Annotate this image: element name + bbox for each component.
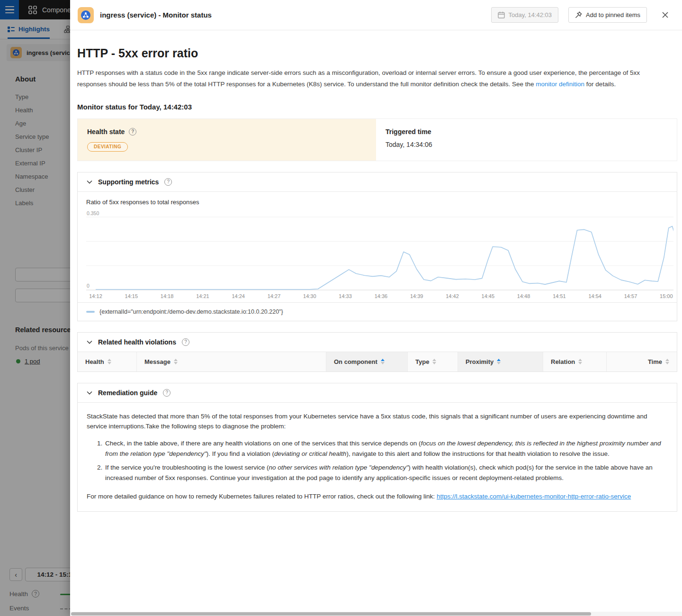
triggered-time-card: Triggered time Today, 14:34:06	[376, 119, 677, 161]
remediation-step: If the service you're troubleshooting is…	[104, 462, 667, 483]
health-state-badge: DEVIATING	[87, 142, 128, 152]
remediation-steps: Check, in the table above, if there are …	[87, 438, 667, 483]
svg-text:14:36: 14:36	[375, 293, 388, 299]
remediation-title: Remediation guide	[98, 389, 157, 397]
line-chart: 0.350014:1214:1514:1814:2114:2414:2714:3…	[86, 208, 677, 302]
svg-text:14:51: 14:51	[553, 293, 566, 299]
column-header-proximity[interactable]: Proximity	[458, 352, 543, 371]
sort-icon	[578, 359, 582, 364]
remediation-footer: For more detailed guidance on how to rem…	[87, 491, 667, 502]
help-icon[interactable]: ?	[129, 128, 136, 136]
chart-title: Ratio of 5xx responses to total response…	[86, 199, 677, 206]
sort-icon	[665, 359, 669, 364]
svg-text:15:00: 15:00	[660, 293, 673, 299]
column-header-on-component[interactable]: On component	[326, 352, 407, 371]
violations-title: Related health violations	[98, 338, 176, 346]
sort-icon	[432, 359, 436, 364]
remediation-body: StackState has detected that more than 5…	[78, 403, 677, 511]
help-icon[interactable]: ?	[182, 338, 189, 346]
chart-area: Ratio of 5xx responses to total response…	[78, 192, 677, 302]
help-icon[interactable]: ?	[163, 389, 170, 397]
related-health-violations-section: Related health violations ? HealthMessag…	[77, 332, 677, 372]
triggered-time-value: Today, 14:34:06	[386, 141, 667, 148]
pin-icon	[575, 11, 582, 18]
svg-text:14:39: 14:39	[410, 293, 423, 299]
supporting-metrics-header[interactable]: Supporting metrics ?	[78, 172, 677, 192]
chart-legend: {externalId="urn:endpoint:/demo-dev.demo…	[78, 302, 677, 321]
svg-text:14:27: 14:27	[268, 293, 281, 299]
sort-icon	[108, 359, 111, 364]
svg-text:14:48: 14:48	[517, 293, 530, 299]
svg-text:14:45: 14:45	[482, 293, 495, 299]
horizontal-scrollbar-thumb[interactable]	[71, 612, 591, 616]
service-icon	[78, 7, 94, 23]
monitor-status-heading: Monitor status for Today, 14:42:03	[77, 103, 677, 111]
close-icon[interactable]	[660, 9, 671, 20]
modal-title: ingress (service) - Monitor status	[100, 11, 485, 19]
svg-text:14:12: 14:12	[89, 293, 102, 299]
remediation-doc-link[interactable]: https://l.stackstate.com/ui-kubernetes-m…	[437, 493, 631, 500]
sort-icon	[497, 359, 501, 364]
svg-text:0: 0	[87, 283, 90, 289]
monitor-definition-link[interactable]: monitor definition	[536, 81, 584, 88]
calendar-icon	[498, 11, 505, 18]
chevron-down-icon	[87, 180, 92, 184]
remediation-header[interactable]: Remediation guide ?	[78, 383, 677, 403]
chevron-down-icon	[87, 340, 92, 344]
horizontal-scrollbar	[70, 612, 682, 616]
sort-icon	[381, 359, 385, 364]
column-header-type[interactable]: Type	[407, 352, 458, 371]
chevron-down-icon	[87, 391, 92, 395]
column-header-time[interactable]: Time	[606, 352, 677, 371]
svg-text:14:15: 14:15	[125, 293, 138, 299]
svg-text:14:18: 14:18	[161, 293, 174, 299]
svg-text:14:42: 14:42	[446, 293, 459, 299]
monitor-description: HTTP responses with a status code in the…	[77, 67, 669, 91]
add-to-pinned-button[interactable]: Add to pinned items	[568, 7, 647, 23]
svg-text:14:54: 14:54	[588, 293, 601, 299]
svg-text:14:33: 14:33	[339, 293, 352, 299]
monitor-status-modal: ingress (service) - Monitor status Today…	[70, 0, 682, 616]
time-picker-button[interactable]: Today, 14:42:03	[491, 7, 559, 23]
violations-header[interactable]: Related health violations ?	[78, 333, 677, 352]
svg-text:0.350: 0.350	[87, 210, 99, 216]
modal-header: ingress (service) - Monitor status Today…	[70, 0, 682, 30]
remediation-step: Check, in the table above, if there are …	[104, 438, 667, 459]
sort-icon	[174, 359, 178, 364]
supporting-metrics-section: Supporting metrics ? Ratio of 5xx respon…	[77, 172, 677, 321]
health-state-label: Health state	[87, 128, 125, 136]
legend-label: {externalId="urn:endpoint:/demo-dev.demo…	[99, 308, 283, 315]
column-header-message[interactable]: Message	[136, 352, 326, 371]
svg-text:14:57: 14:57	[624, 293, 637, 299]
legend-swatch	[86, 311, 95, 313]
column-header-health[interactable]: Health	[78, 352, 136, 371]
svg-text:14:21: 14:21	[196, 293, 209, 299]
remediation-intro: StackState has detected that more than 5…	[87, 411, 667, 432]
column-header-relation[interactable]: Relation	[543, 352, 606, 371]
modal-body: HTTP - 5xx error ratio HTTP responses wi…	[70, 30, 682, 616]
triggered-time-label: Triggered time	[386, 128, 431, 136]
status-row: Health state ? DEVIATING Triggered time …	[77, 118, 677, 161]
violations-table-header: HealthMessageOn componentTypeProximityRe…	[78, 352, 677, 371]
health-state-card: Health state ? DEVIATING	[78, 119, 376, 161]
monitor-title: HTTP - 5xx error ratio	[77, 46, 677, 60]
help-icon[interactable]: ?	[164, 178, 172, 186]
svg-text:14:30: 14:30	[303, 293, 316, 299]
svg-text:14:24: 14:24	[232, 293, 245, 299]
remediation-guide-section: Remediation guide ? StackState has detec…	[77, 383, 677, 512]
supporting-metrics-title: Supporting metrics	[98, 178, 159, 186]
